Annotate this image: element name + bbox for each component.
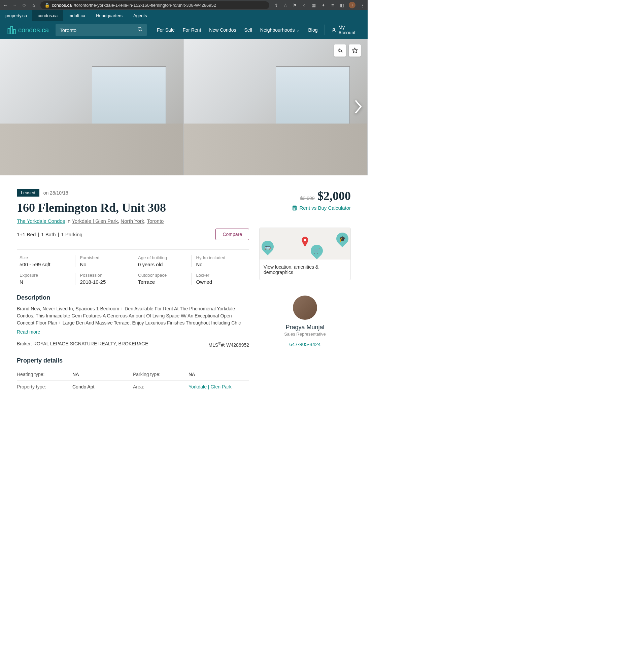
nav-blog[interactable]: Blog (308, 27, 317, 33)
listing-title: 160 Flemington Rd, Unit 308 (17, 200, 249, 215)
fact-age: Age of building0 years old (133, 255, 191, 267)
building-link[interactable]: The Yorkdale Condos (17, 218, 65, 224)
status-badge: Leased (17, 189, 39, 196)
fact-outdoor: Outdoor spaceTerrace (133, 273, 191, 285)
chevron-down-icon: ⌄ (296, 27, 300, 33)
school-pin: 🎓 (336, 232, 348, 245)
tab-mrloft[interactable]: mrloft.ca (63, 10, 91, 21)
star-icon[interactable]: ☆ (283, 2, 288, 8)
location-pin-icon (300, 237, 310, 247)
broker-name: Broker: ROYAL LEPAGE SIGNATURE REALTY, B… (17, 341, 148, 348)
url-bar[interactable]: 🔒 condos.ca/toronto/the-yorkdale-1-leila… (40, 1, 269, 9)
reload-icon[interactable]: ⟳ (22, 2, 27, 8)
search-icon[interactable] (137, 27, 143, 33)
my-account[interactable]: My Account (324, 25, 361, 35)
agent-role: Sales Representative (263, 332, 347, 337)
search-input[interactable] (60, 27, 137, 33)
parking-stat: 1 Parking (61, 231, 83, 237)
fact-size: Size500 - 599 sqft (17, 255, 75, 267)
nav-for-sale[interactable]: For Sale (157, 27, 175, 33)
agent-name: Pragya Munjal (263, 324, 347, 331)
compare-button[interactable]: Compare (215, 228, 249, 240)
status-date: on 28/10/18 (43, 190, 68, 195)
detail-label: Parking type: (133, 372, 188, 377)
details-row: Property type:Condo Apt Area:Yorkdale | … (17, 381, 249, 393)
svg-point-9 (294, 208, 294, 208)
location-breadcrumb: The Yorkdale Condos in Yorkdale | Glen P… (17, 218, 249, 224)
rent-buy-calculator[interactable]: Rent vs Buy Calculator (259, 205, 351, 211)
listing-content: Leased on 28/10/18 160 Flemington Rd, Un… (0, 175, 368, 407)
profile-avatar[interactable]: i (349, 2, 356, 8)
puzzle-icon[interactable]: ✦ (320, 2, 326, 8)
browser-chrome: ← → ⟳ ⌂ 🔒 condos.ca/toronto/the-yorkdale… (0, 0, 368, 10)
svg-point-12 (295, 209, 296, 209)
fact-possession: Possession2018-10-25 (75, 273, 133, 285)
ext2-icon[interactable]: ▦ (311, 2, 316, 8)
baths-stat: 1 Bath (41, 231, 56, 237)
detail-label: Heating type: (17, 372, 72, 377)
circle-icon[interactable]: ○ (302, 2, 307, 8)
menu-icon[interactable]: ⋮ (360, 2, 365, 8)
svg-rect-2 (13, 30, 16, 34)
logo-icon (7, 25, 16, 35)
lock-icon: 🔒 (44, 3, 50, 8)
nav-sell[interactable]: Sell (244, 27, 252, 33)
tab-agents[interactable]: Agents (128, 10, 152, 21)
status-row: Leased on 28/10/18 (17, 189, 249, 196)
svg-line-4 (141, 30, 142, 31)
svg-rect-1 (11, 27, 13, 34)
photo-gallery (0, 39, 368, 175)
map-preview: 🚌 🛒 🎓 (259, 228, 350, 259)
description-heading: Description (17, 294, 249, 301)
fact-furnished: FurnishedNo (75, 255, 133, 267)
ext1-icon[interactable]: ⚑ (292, 2, 298, 8)
price-current: $2,000 (317, 189, 351, 203)
side-column: $2,000 $2,000 Rent vs Buy Calculator 🚌 🛒… (259, 189, 351, 393)
home-icon[interactable]: ⌂ (31, 2, 36, 8)
svg-rect-0 (8, 28, 10, 34)
broker-row: Broker: ROYAL LEPAGE SIGNATURE REALTY, B… (17, 341, 249, 348)
gallery-image-1[interactable] (0, 39, 184, 175)
gallery-image-2[interactable] (184, 39, 368, 175)
svg-point-11 (294, 209, 294, 209)
agent-avatar (293, 296, 317, 320)
price-original: $2,000 (300, 195, 315, 201)
tab-property[interactable]: property.ca (0, 10, 32, 21)
detail-value: NA (188, 372, 195, 377)
shopping-pin: 🛒 (311, 245, 323, 257)
agent-phone[interactable]: 647-905-8424 (263, 341, 347, 347)
share-icon[interactable]: ⇪ (273, 2, 279, 8)
search-box[interactable] (56, 24, 147, 36)
nav-for-rent[interactable]: For Rent (183, 27, 201, 33)
detail-value: NA (72, 372, 79, 377)
details-heading: Property details (17, 357, 249, 364)
gallery-next[interactable] (353, 99, 364, 116)
back-icon[interactable]: ← (3, 2, 8, 8)
playlist-icon[interactable]: ≡ (330, 2, 335, 8)
tab-condos[interactable]: condos.ca (32, 10, 63, 21)
nav-new-condos[interactable]: New Condos (209, 27, 236, 33)
read-more-link[interactable]: Read more (17, 329, 40, 335)
detail-value: Condo Apt (72, 384, 94, 390)
beds-stat: 1+1 Bed (17, 231, 36, 237)
map-card[interactable]: 🚌 🛒 🎓 View location, amenities & demogra… (259, 227, 351, 280)
favourite-button[interactable] (349, 44, 361, 57)
svg-point-10 (295, 208, 296, 208)
area-link[interactable]: Yorkdale | Glen Park (188, 384, 232, 390)
main-nav: For Sale For Rent New Condos Sell Neighb… (157, 27, 318, 33)
site-tabs: property.ca condos.ca mrloft.ca Headquar… (0, 10, 368, 21)
nav-neighbourhoods[interactable]: Neighbourhoods ⌄ (260, 27, 300, 33)
svg-rect-8 (294, 206, 296, 207)
share-button[interactable] (334, 44, 346, 57)
tab-headquarters[interactable]: Headquarters (91, 10, 128, 21)
user-icon (331, 27, 336, 33)
province-link[interactable]: Toronto (147, 218, 163, 224)
panel-icon[interactable]: ◧ (339, 2, 345, 8)
forward-icon[interactable]: → (12, 2, 18, 8)
logo[interactable]: condos.ca (7, 25, 49, 35)
fact-hydro: Hydro includedNo (191, 255, 249, 267)
description-text: Brand New, Never Lived In, Spacious 1 Be… (17, 305, 249, 327)
neighbourhood-link[interactable]: Yorkdale | Glen Park (72, 218, 118, 224)
calculator-icon (292, 205, 297, 211)
city-link[interactable]: North York (121, 218, 144, 224)
